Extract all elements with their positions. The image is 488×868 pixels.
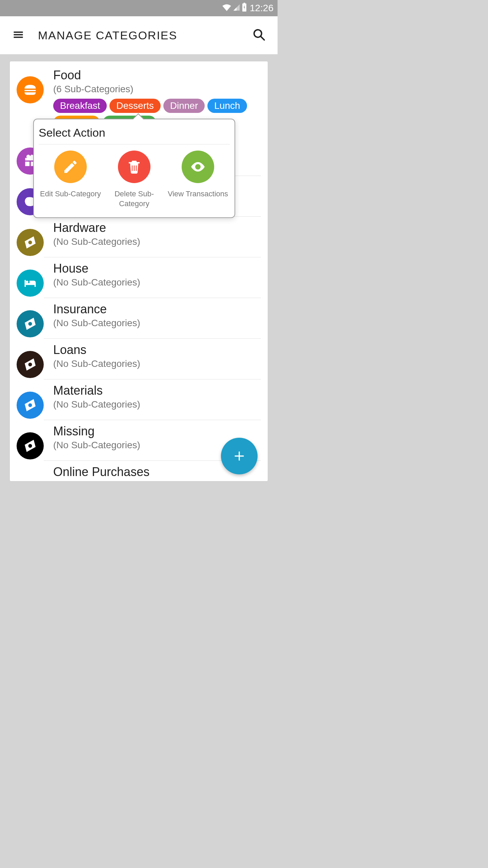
action-label: Edit Sub-Category [40, 189, 101, 199]
page-title: MANAGE CATEGORIES [38, 29, 239, 42]
category-subcount: (No Sub-Categories) [53, 236, 261, 247]
category-title: Hardware [53, 221, 261, 235]
category-subcount: (No Sub-Categories) [53, 318, 261, 329]
money-icon [17, 310, 44, 337]
category-item-hardware[interactable]: Hardware (No Sub-Categories) [10, 217, 268, 257]
trash-icon [118, 151, 150, 183]
category-title: Food [53, 68, 261, 82]
svg-point-6 [28, 363, 32, 367]
category-item-insurance[interactable]: Insurance (No Sub-Categories) [10, 298, 268, 339]
money-icon [17, 432, 44, 459]
action-label: View Transactions [168, 189, 228, 199]
menu-icon[interactable] [12, 28, 24, 42]
delete-subcategory-button[interactable]: Delete Sub-Category [104, 151, 165, 209]
edit-subcategory-button[interactable]: Edit Sub-Category [40, 151, 101, 199]
chip-lunch[interactable]: Lunch [207, 99, 247, 113]
svg-point-5 [28, 322, 32, 326]
category-subcount: (6 Sub-Categories) [53, 84, 261, 95]
category-title: Insurance [53, 302, 261, 316]
search-icon[interactable] [252, 28, 265, 42]
svg-rect-1 [244, 3, 245, 4]
category-title: House [53, 261, 261, 276]
chip-desserts[interactable]: Desserts [109, 99, 160, 113]
signal-icon [233, 3, 240, 14]
battery-charging-icon [242, 3, 247, 14]
category-item-loans[interactable]: Loans (No Sub-Categories) [10, 339, 268, 379]
bed-icon [17, 270, 44, 297]
svg-point-4 [26, 281, 28, 283]
category-subcount: (No Sub-Categories) [53, 358, 261, 369]
svg-point-8 [28, 444, 32, 448]
chip-breakfast[interactable]: Breakfast [53, 99, 107, 113]
money-icon [17, 392, 44, 419]
category-item-house[interactable]: House (No Sub-Categories) [10, 257, 268, 298]
select-action-popover: Select Action Edit Sub-Category Delete S… [33, 119, 235, 218]
status-bar: 12:26 [0, 0, 278, 16]
status-time: 12:26 [250, 3, 273, 14]
plus-icon [232, 449, 246, 463]
category-title: Loans [53, 343, 261, 357]
chip-dinner[interactable]: Dinner [163, 99, 205, 113]
pencil-icon [54, 151, 87, 183]
money-icon [17, 229, 44, 256]
svg-point-3 [28, 241, 32, 244]
money-icon [17, 351, 44, 378]
category-title: Materials [53, 383, 261, 398]
popover-actions: Edit Sub-Category Delete Sub-Category Vi… [39, 151, 230, 209]
svg-point-9 [197, 165, 199, 168]
view-transactions-button[interactable]: View Transactions [167, 151, 228, 199]
action-label: Delete Sub-Category [104, 189, 165, 209]
wifi-icon [222, 3, 231, 14]
category-subcount: (No Sub-Categories) [53, 277, 261, 288]
eye-icon [182, 151, 214, 183]
category-item-materials[interactable]: Materials (No Sub-Categories) [10, 379, 268, 420]
app-bar: MANAGE CATEGORIES [0, 16, 278, 54]
svg-point-7 [28, 403, 32, 407]
category-subcount: (No Sub-Categories) [53, 399, 261, 410]
popover-title: Select Action [39, 126, 230, 144]
category-title: Missing [53, 424, 261, 438]
burger-icon [17, 76, 44, 103]
add-button[interactable] [221, 438, 258, 474]
